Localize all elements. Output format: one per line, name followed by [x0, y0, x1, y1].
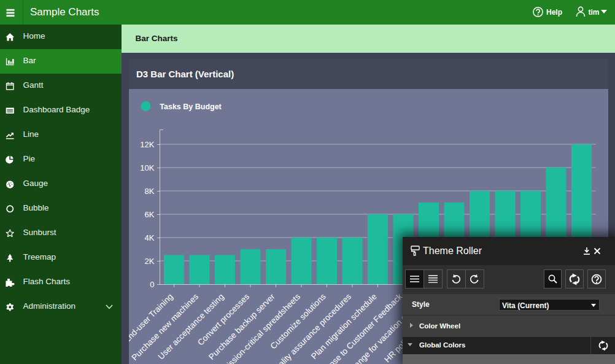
- svg-text:0: 0: [150, 280, 154, 289]
- svg-text:6K: 6K: [144, 210, 154, 219]
- svg-text:12K: 12K: [140, 140, 154, 149]
- svg-text:2K: 2K: [144, 257, 154, 266]
- svg-text:10K: 10K: [140, 163, 154, 172]
- svg-text:Tasks By Budget: Tasks By Budget: [160, 103, 222, 111]
- svg-text:8K: 8K: [144, 187, 154, 196]
- svg-text:4K: 4K: [144, 233, 154, 242]
